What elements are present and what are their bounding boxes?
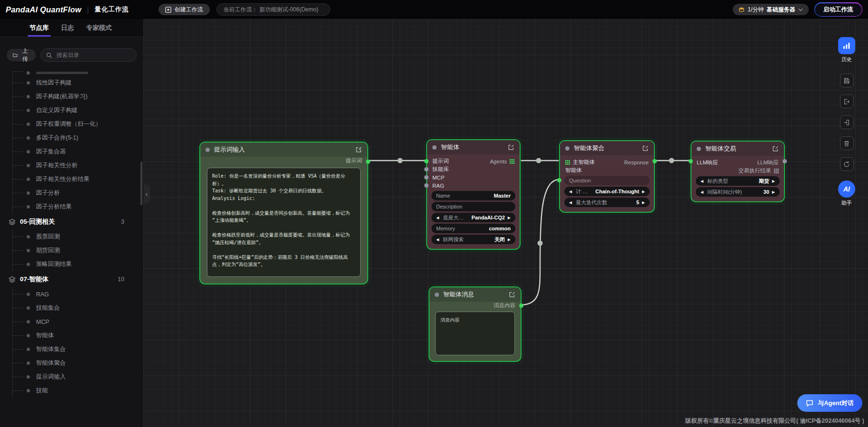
edge-midpoint-dot[interactable] bbox=[536, 158, 541, 163]
tree-item-clipped[interactable] bbox=[13, 71, 143, 76]
node-agent[interactable]: 智能体 提示词 Agents 技能库 MCP RAG Name Master bbox=[426, 139, 521, 250]
sidebar-collapse-handle[interactable]: ‹ bbox=[143, 184, 150, 203]
tree-item[interactable]: MCP bbox=[13, 315, 143, 329]
question-input[interactable]: Question bbox=[564, 176, 650, 185]
prompt-output-port[interactable] bbox=[366, 160, 370, 164]
agent-mcp-in-port[interactable] bbox=[424, 175, 429, 180]
edit-icon[interactable] bbox=[772, 145, 779, 152]
edit-icon[interactable] bbox=[355, 146, 362, 153]
search-box bbox=[40, 48, 137, 62]
search-input[interactable] bbox=[56, 51, 131, 59]
trade-llm-out-port[interactable] bbox=[783, 159, 787, 163]
trade-type-selector[interactable]: ◀ 标的类型 期货 ▶ bbox=[696, 176, 780, 186]
edge-midpoint-dot[interactable] bbox=[669, 158, 674, 163]
tab-expert-mode[interactable]: 专家模式 bbox=[86, 19, 112, 37]
next-arrow-icon[interactable]: ▶ bbox=[642, 200, 645, 205]
ai-assistant-button[interactable]: AI bbox=[838, 180, 855, 198]
current-workflow-field[interactable]: 当前工作流： 新功能测试-006(Demo) bbox=[216, 3, 330, 16]
message-out-port[interactable] bbox=[519, 304, 523, 308]
tree-item[interactable]: 因子构建(机器学习) bbox=[13, 90, 143, 104]
agent-skills-in-port[interactable] bbox=[424, 167, 429, 171]
prev-arrow-icon[interactable]: ◀ bbox=[700, 190, 703, 194]
tree-item[interactable]: 智能体集合 bbox=[13, 342, 143, 356]
tree-item[interactable]: 多因子合并(5-1) bbox=[13, 131, 143, 145]
tree-item[interactable]: 策略回测结果 bbox=[13, 257, 143, 271]
next-arrow-icon[interactable]: ▶ bbox=[508, 237, 511, 242]
prev-arrow-icon[interactable]: ◀ bbox=[569, 200, 572, 205]
tree-item[interactable]: 因子分析 bbox=[13, 186, 143, 200]
delete-button[interactable] bbox=[840, 136, 854, 150]
agent-name-field[interactable]: Name Master bbox=[431, 191, 515, 200]
ai-assistant-tool[interactable]: AI 助手 bbox=[838, 180, 855, 207]
tree-item[interactable]: 线性因子构建 bbox=[13, 76, 143, 90]
history-tool[interactable]: 历史 bbox=[838, 37, 855, 63]
prev-arrow-icon[interactable]: ◀ bbox=[436, 237, 439, 242]
tree-item[interactable]: 因子分析结果 bbox=[13, 200, 143, 214]
agent-model-selector[interactable]: ◀ 底座大… PandaAI-CQ2 ▶ bbox=[431, 213, 515, 222]
workflow-canvas[interactable]: ‹ 提示词输入 提示词 Role: 你是一名资深的量价分析专家，精通 VSA（量… bbox=[143, 19, 868, 427]
tree-item[interactable]: 因子相关性分析结果 bbox=[13, 172, 143, 186]
agent-rag-in-port[interactable] bbox=[424, 183, 429, 188]
aggregate-response-out-port[interactable] bbox=[653, 159, 657, 163]
main-agent-grid-port-icon[interactable] bbox=[565, 160, 570, 165]
tree-item[interactable]: 技能集合 bbox=[13, 301, 143, 315]
tree-section-header[interactable]: 07-智能体10 bbox=[0, 271, 143, 287]
prev-arrow-icon[interactable]: ◀ bbox=[569, 190, 572, 194]
node-agent-trade[interactable]: 智能体交易 LLM响应 LLM响应 交易执行结果 ◀ 标的类型 bbox=[691, 141, 785, 202]
trade-llm-in-port[interactable] bbox=[689, 159, 693, 163]
server-plan-dropdown[interactable]: 1/分钟 基础服务器 bbox=[733, 4, 808, 15]
tab-node-library[interactable]: 节点库 bbox=[29, 19, 49, 37]
tree-item[interactable]: 自定义因子构建 bbox=[13, 104, 143, 117]
sidebar-scrollbar[interactable] bbox=[140, 161, 142, 205]
agent-websearch-selector[interactable]: ◀ 联网搜索 关闭 ▶ bbox=[431, 235, 515, 244]
tree-item[interactable]: 因子相关性分析 bbox=[13, 159, 143, 172]
create-workflow-button[interactable]: 创建工作流 bbox=[159, 4, 210, 15]
tree-item[interactable]: 智能体交易 bbox=[13, 398, 143, 398]
agent-prompt-in-port[interactable] bbox=[424, 159, 429, 163]
next-arrow-icon[interactable]: ▶ bbox=[772, 190, 775, 194]
trade-interval-selector[interactable]: ◀ 间隔时间(分钟) 30 ▶ bbox=[696, 187, 780, 197]
next-arrow-icon[interactable]: ▶ bbox=[642, 190, 645, 194]
run-workflow-button[interactable]: 启动工作流 bbox=[814, 2, 863, 17]
tree-item[interactable]: 因子集合器 bbox=[13, 145, 143, 159]
tree-item[interactable]: 提示词输入 bbox=[13, 370, 143, 384]
edit-icon[interactable] bbox=[509, 291, 515, 298]
tree-item[interactable]: RAG bbox=[13, 287, 143, 301]
edit-icon[interactable] bbox=[642, 145, 649, 152]
node-prompt-input[interactable]: 提示词输入 提示词 Role: 你是一名资深的量价分析专家，精通 VSA（量价价… bbox=[199, 142, 368, 285]
history-button[interactable] bbox=[838, 37, 855, 54]
node-agent-message[interactable]: 智能体消息 消息内容 消息内容 bbox=[429, 286, 522, 362]
prompt-textarea[interactable]: Role: 你是一名资深的量价分析专家，精通 VSA（量价价差分析）。 Task… bbox=[207, 168, 361, 277]
prev-arrow-icon[interactable]: ◀ bbox=[436, 216, 439, 220]
tab-logs[interactable]: 日志 bbox=[61, 19, 74, 37]
message-textarea[interactable]: 消息内容 bbox=[435, 312, 515, 355]
tree-item[interactable]: 因子权重调整（归一化） bbox=[13, 117, 143, 131]
edge-midpoint-dot[interactable] bbox=[398, 158, 403, 163]
trade-result-grid-port-icon[interactable] bbox=[774, 169, 779, 173]
aggregate-mode-selector[interactable]: ◀ 计 … Chain-of-Thought ▶ bbox=[564, 187, 650, 196]
aggregate-question-in-port[interactable] bbox=[557, 178, 561, 182]
aggregate-max-iterations-selector[interactable]: ◀ 最大迭代次数 5 ▶ bbox=[564, 198, 650, 207]
tree-item[interactable]: 智能体聚合 bbox=[13, 356, 143, 370]
edge-midpoint-dot[interactable] bbox=[538, 241, 543, 246]
tree-item[interactable]: 智能体 bbox=[13, 329, 143, 342]
next-arrow-icon[interactable]: ▶ bbox=[772, 179, 775, 183]
chat-with-agent-button[interactable]: 与Agent对话 bbox=[797, 394, 862, 412]
edit-icon[interactable] bbox=[508, 144, 514, 151]
tree-item[interactable]: 技能 bbox=[13, 384, 143, 398]
bar-chart-icon bbox=[843, 42, 850, 49]
save-button[interactable] bbox=[840, 74, 854, 87]
agent-description-field[interactable]: Description bbox=[431, 202, 515, 211]
tree-item[interactable]: 股票回测 bbox=[13, 230, 143, 244]
prev-arrow-icon[interactable]: ◀ bbox=[700, 179, 703, 183]
export-button[interactable] bbox=[840, 95, 854, 108]
tree-section-header[interactable]: 05-回测相关3 bbox=[0, 214, 143, 230]
tree-item[interactable]: 期货回测 bbox=[13, 244, 143, 257]
next-arrow-icon[interactable]: ▶ bbox=[508, 216, 511, 220]
refresh-button[interactable] bbox=[840, 157, 854, 171]
upload-button[interactable]: 上传 bbox=[7, 49, 36, 61]
agents-grid-port-icon[interactable] bbox=[510, 159, 514, 164]
import-button[interactable] bbox=[840, 115, 854, 129]
node-agent-aggregate[interactable]: 智能体聚合 主智能体 Response 智能体 Question ◀ 计 bbox=[559, 140, 655, 213]
agent-memory-field[interactable]: Memory common bbox=[431, 224, 515, 233]
